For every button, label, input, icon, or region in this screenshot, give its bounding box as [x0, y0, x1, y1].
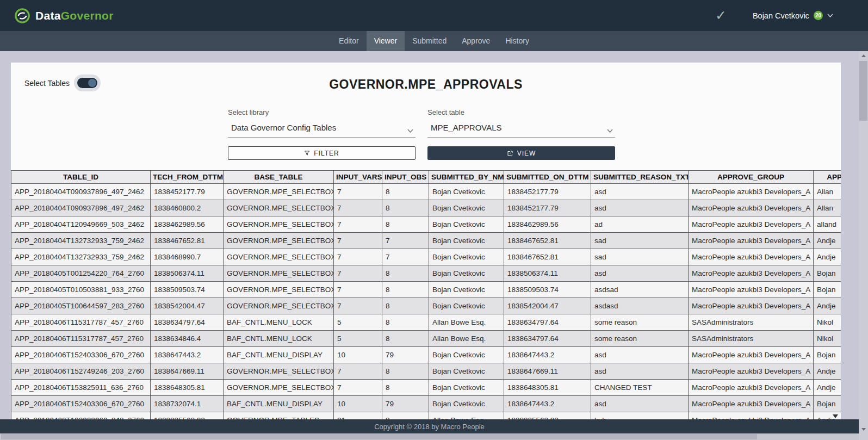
table-cell: 1838634846.4 [151, 331, 224, 347]
scroll-down-icon[interactable] [859, 425, 868, 433]
table-cell: Allan Bowe Esq. [429, 314, 504, 331]
table-cell: 7 [334, 298, 382, 314]
table-cell: Andje [814, 380, 841, 396]
table-cell: APP_20180405T010503881_933_2760 [11, 282, 151, 298]
library-select-label: Select library [228, 108, 416, 116]
app-logo[interactable]: DataGovernor [14, 8, 114, 24]
table-cell: asdasd [591, 298, 689, 314]
table-cell: MacroPeople azukbi3 Developers_A [689, 265, 814, 282]
table-cell: APP_20180406T152403306_670_2760 [11, 396, 151, 412]
table-cell: Andje [814, 233, 841, 249]
table-cell: SASAdministrators [689, 314, 814, 331]
table-cell: APP_20180404T120949669_503_2462 [11, 216, 151, 233]
chevron-down-icon [607, 125, 613, 134]
table-cell: 8 [382, 265, 429, 282]
table-cell: 10 [334, 347, 382, 363]
app-title: DataGovernor [35, 9, 114, 22]
table-cell: APP_20180406T152749246_203_2760 [11, 363, 151, 380]
tab-editor[interactable]: Editor [331, 31, 367, 51]
table-cell: 7 [334, 380, 382, 396]
column-header[interactable]: SUBMITTED_REASON_TXT [591, 171, 689, 184]
table-cell: GOVERNOR.MPE_SELECTBOX [224, 298, 334, 314]
table-cell: 7 [334, 363, 382, 380]
column-header[interactable]: APPROVE_GROUP [689, 171, 814, 184]
table-cell: 7 [334, 200, 382, 216]
tab-submitted[interactable]: Submitted [405, 31, 454, 51]
view-button-label: VIEW [517, 150, 536, 157]
table-cell: 1838647443.2 [151, 347, 224, 363]
table-cell: asdsad [591, 282, 689, 298]
horizontal-scrollbar[interactable] [0, 433, 859, 440]
table-cell: Allan [814, 200, 841, 216]
scroll-up-icon[interactable] [859, 51, 868, 60]
table-cell: GOVERNOR.MPE_SELECTBOX [224, 363, 334, 380]
column-header[interactable]: TABLE_ID [11, 171, 151, 184]
column-header[interactable]: INPUT_VARS [334, 171, 382, 184]
table-cell: 8 [382, 331, 429, 347]
page-title: GOVERNOR.MPE_APPROVALS [11, 77, 841, 92]
table-cell: MacroPeople azukbi3 Developers_A [689, 347, 814, 363]
table-select-label: Select table [427, 108, 615, 116]
table-cell: 1838506374.11 [151, 265, 224, 282]
table-cell: 1838468990.7 [151, 249, 224, 265]
table-cell: 7 [382, 249, 429, 265]
table-cell: 1838634797.64 [504, 314, 591, 331]
table-cell: GOVERNOR.MPE_SELECTBOX [224, 200, 334, 216]
tab-viewer[interactable]: Viewer [367, 31, 405, 51]
column-header[interactable]: TECH_FROM_DTTM [151, 171, 224, 184]
table-select[interactable]: MPE_APPROVALS [427, 122, 615, 138]
column-header[interactable]: APPROVED_BY_NM [814, 171, 841, 184]
table-cell: sad [591, 249, 689, 265]
table-cell: 1838542004.47 [504, 298, 591, 314]
table-cell: 7 [334, 282, 382, 298]
column-header[interactable]: BASE_TABLE [224, 171, 334, 184]
vertical-scrollbar[interactable] [859, 51, 868, 433]
table-cell: Nikol [814, 331, 841, 347]
table-cell: alland [814, 216, 841, 233]
table-cell: 1838452177.79 [504, 184, 591, 200]
table-cell: Bojan Cvetkovic [429, 249, 504, 265]
table-cell: APP_20180405T100644597_283_2760 [11, 298, 151, 314]
column-header[interactable]: INPUT_OBS [382, 171, 429, 184]
horizontal-scrollbar-thumb[interactable] [1, 434, 757, 439]
table-cell: Bojan Cvetkovic [429, 363, 504, 380]
table-cell: Bojan Cvetkovic [429, 184, 504, 200]
check-icon[interactable]: ✓ [715, 9, 727, 22]
table-row: APP_20180406T153825911_636_2760183864830… [11, 380, 841, 396]
table-cell: BAF_CNTL.MENU_LOCK [224, 314, 334, 331]
table-cell: MacroPeople azukbi3 Developers_A [689, 233, 814, 249]
table-scroll-down-icon[interactable] [833, 414, 838, 418]
table-cell: 1838506374.11 [504, 265, 591, 282]
table-cell: GOVERNOR.MPE_SELECTBOX [224, 249, 334, 265]
logo-icon [14, 8, 30, 24]
table-cell: 1838509503.74 [504, 282, 591, 298]
column-header[interactable]: SUBMITTED_ON_DTTM [504, 171, 591, 184]
table-cell: 1838634797.64 [151, 314, 224, 331]
vertical-scrollbar-thumb[interactable] [859, 61, 867, 121]
table-cell: 5 [334, 314, 382, 331]
tab-approve[interactable]: Approve [454, 31, 498, 51]
footer: Copyright © 2018 by Macro People [0, 419, 859, 433]
table-cell: 1838452177.79 [151, 184, 224, 200]
table-cell: Bojan Cvetkovic [429, 347, 504, 363]
column-header[interactable]: SUBMITTED_BY_NM [429, 171, 504, 184]
table-cell: 1838462989.56 [151, 216, 224, 233]
table-cell: Bojan Cvetkovic [429, 233, 504, 249]
view-icon [507, 150, 513, 157]
table-cell: MacroPeople azukbi3 Developers_A [689, 396, 814, 412]
table-cell: BAF_CNTL.MENU_DISPLAY [224, 347, 334, 363]
table-cell: Bojan [814, 396, 841, 412]
table-cell: 8 [382, 216, 429, 233]
table-cell: GOVERNOR.MPE_SELECTBOX [224, 265, 334, 282]
view-button[interactable]: VIEW [427, 146, 615, 160]
filter-button[interactable]: FILTER [228, 146, 416, 160]
user-menu[interactable]: Bojan Cvetkovic 20 [753, 11, 833, 20]
table-cell: ad [591, 216, 689, 233]
table-cell: Bojan [814, 282, 841, 298]
table-cell: APP_20180406T115317787_457_2760 [11, 331, 151, 347]
table-row: APP_20180404T132732933_759_2462183846899… [11, 249, 841, 265]
library-select[interactable]: Data Governor Config Tables [228, 122, 416, 138]
tab-history[interactable]: History [498, 31, 537, 51]
data-table-wrapper: TABLE_IDTECH_FROM_DTTMBASE_TABLEINPUT_VA… [11, 170, 841, 440]
table-cell: GOVERNOR.MPE_SELECTBOX [224, 380, 334, 396]
